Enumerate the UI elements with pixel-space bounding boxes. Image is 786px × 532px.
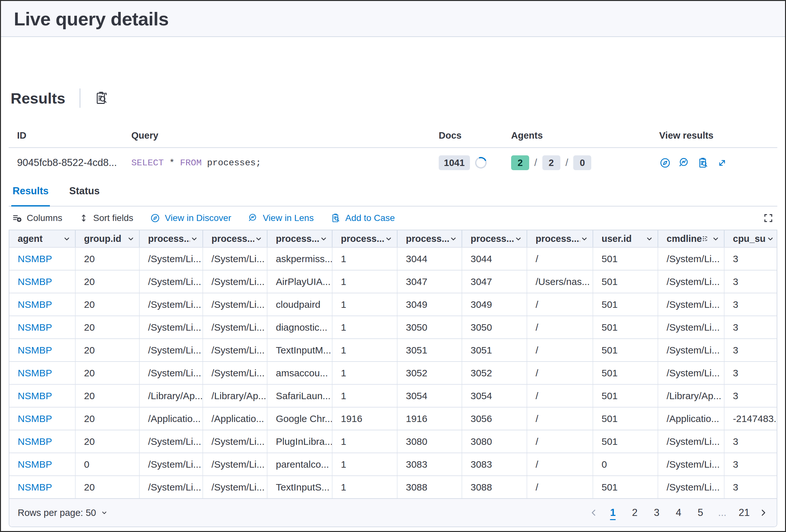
- grid-cell: TextInputS...: [268, 476, 332, 498]
- grid-cell: 3: [724, 385, 777, 407]
- page-1-button[interactable]: 1: [605, 504, 621, 522]
- grid-cell: 501: [593, 476, 658, 498]
- column-header-icons: [449, 235, 458, 243]
- chevron-down-icon[interactable]: [449, 235, 458, 243]
- grid-cell: 3080: [462, 430, 527, 453]
- sort-fields-button[interactable]: Sort fields: [79, 213, 133, 223]
- agent-link[interactable]: NSMBP: [18, 436, 52, 447]
- grid-cell: 20: [76, 270, 140, 293]
- results-heading: Results: [10, 90, 65, 107]
- grid-cell: /: [527, 362, 593, 384]
- rows-per-page-label: Rows per page: 50: [18, 508, 96, 518]
- view-details-button[interactable]: [697, 157, 709, 169]
- chevron-down-icon[interactable]: [126, 235, 135, 243]
- chevron-down-icon[interactable]: [254, 235, 263, 243]
- grid-cell: 1: [332, 430, 397, 453]
- grid-cell: 1916: [332, 408, 397, 430]
- chevron-down-icon[interactable]: [580, 235, 589, 243]
- view-in-lens-toolbar-button[interactable]: View in Lens: [248, 213, 314, 223]
- table-row: NSMBP20/System/Li.../System/Li...diagnos…: [9, 316, 777, 338]
- expand-button[interactable]: [716, 157, 728, 169]
- agent-link[interactable]: NSMBP: [18, 253, 52, 264]
- grid-cell: /: [527, 408, 593, 430]
- column-label: user.id: [602, 234, 632, 244]
- agent-link[interactable]: NSMBP: [18, 299, 52, 310]
- grid-cell: 3083: [397, 453, 462, 476]
- chevron-down-icon[interactable]: [766, 235, 775, 243]
- case-clipboard-icon: [330, 213, 341, 223]
- chevron-down-icon[interactable]: [514, 235, 523, 243]
- next-page-button[interactable]: [758, 508, 768, 518]
- agent-link[interactable]: NSMBP: [18, 276, 52, 287]
- page-5-button[interactable]: 5: [692, 504, 709, 522]
- grid-cell: 1: [332, 453, 397, 476]
- page-21-button[interactable]: 21: [736, 504, 752, 522]
- column-header-cpu_sub-11[interactable]: cpu_sub...: [724, 230, 777, 247]
- agent-link[interactable]: NSMBP: [18, 345, 52, 356]
- column-header-process-2[interactable]: process....: [140, 230, 203, 247]
- agent-link[interactable]: NSMBP: [18, 482, 52, 493]
- grid-cell: /: [527, 339, 593, 361]
- column-header-icons: [190, 235, 199, 243]
- view-in-discover-button[interactable]: [659, 157, 671, 169]
- column-header-agent-0[interactable]: agent: [9, 230, 76, 247]
- view-in-discover-toolbar-button[interactable]: View in Discover: [150, 213, 231, 223]
- column-header-process-7[interactable]: process....: [462, 230, 527, 247]
- grid-cell: diagnostic...: [268, 316, 332, 338]
- summary-header-agents: Agents: [503, 130, 651, 141]
- column-header-icons: [63, 235, 71, 243]
- column-header-process-5[interactable]: process....: [332, 230, 397, 247]
- page-3-button[interactable]: 3: [649, 504, 665, 522]
- agent-link[interactable]: NSMBP: [18, 459, 52, 470]
- lens-icon: [248, 213, 258, 223]
- table-row: NSMBP20/System/Li.../System/Li...TextInp…: [9, 338, 777, 361]
- column-header-process-8[interactable]: process....: [527, 230, 593, 247]
- view-in-lens-button[interactable]: [678, 157, 690, 169]
- agent-link[interactable]: NSMBP: [18, 413, 52, 424]
- page-4-button[interactable]: 4: [670, 504, 687, 522]
- agent-link[interactable]: NSMBP: [18, 322, 52, 333]
- grid-cell: 501: [593, 248, 658, 270]
- chevron-down-icon[interactable]: [319, 235, 328, 243]
- column-header-cmdline-10[interactable]: cmdline: [658, 230, 724, 247]
- fullscreen-button[interactable]: [763, 212, 774, 224]
- pagination-pages: 12345...21: [589, 504, 768, 522]
- chevron-down-icon[interactable]: [63, 235, 71, 243]
- inspect-button[interactable]: [94, 91, 109, 105]
- chevron-down-icon[interactable]: [711, 235, 720, 243]
- columns-button[interactable]: Columns: [12, 213, 62, 223]
- column-header-groupid-1[interactable]: group.id: [76, 230, 140, 247]
- grid-header: agentgroup.idprocess....process....proce…: [9, 230, 777, 247]
- column-header-icons: [126, 235, 135, 243]
- agents-separator: /: [534, 157, 537, 169]
- grid-cell: /: [527, 316, 593, 338]
- tab-status[interactable]: Status: [68, 181, 101, 207]
- chevron-down-icon[interactable]: [384, 235, 393, 243]
- column-header-process-4[interactable]: process....: [268, 230, 332, 247]
- chevron-down-icon[interactable]: [190, 235, 199, 243]
- previous-page-button[interactable]: [589, 508, 599, 518]
- grid-cell: 3047: [462, 270, 527, 293]
- rows-per-page-select[interactable]: Rows per page: 50: [18, 508, 108, 518]
- column-header-process-3[interactable]: process....: [203, 230, 268, 247]
- grid-cell: NSMBP: [9, 339, 76, 361]
- column-header-process-6[interactable]: process....: [397, 230, 462, 247]
- agent-link[interactable]: NSMBP: [18, 390, 52, 402]
- grid-cell: NSMBP: [9, 316, 76, 338]
- loading-spinner: [473, 155, 489, 170]
- chevron-down-icon[interactable]: [645, 235, 654, 243]
- column-header-icons: [645, 235, 654, 243]
- query-cell: SELECT * FROM processes;: [123, 158, 430, 168]
- grid-cell: /System/Li...: [658, 453, 724, 476]
- column-header-userid-9[interactable]: user.id: [593, 230, 658, 247]
- tab-results[interactable]: Results: [11, 181, 50, 207]
- agents-total-badge: 2: [542, 155, 560, 170]
- add-to-case-button[interactable]: Add to Case: [330, 213, 395, 223]
- agent-link[interactable]: NSMBP: [18, 368, 52, 379]
- column-label: group.id: [84, 234, 121, 244]
- discover-compass-icon: [150, 213, 160, 223]
- grid-cell: /System/Li...: [140, 316, 203, 338]
- grid-cell: NSMBP: [9, 453, 76, 476]
- agents-cell: 2 / 2 / 0: [503, 155, 651, 170]
- page-2-button[interactable]: 2: [627, 504, 643, 522]
